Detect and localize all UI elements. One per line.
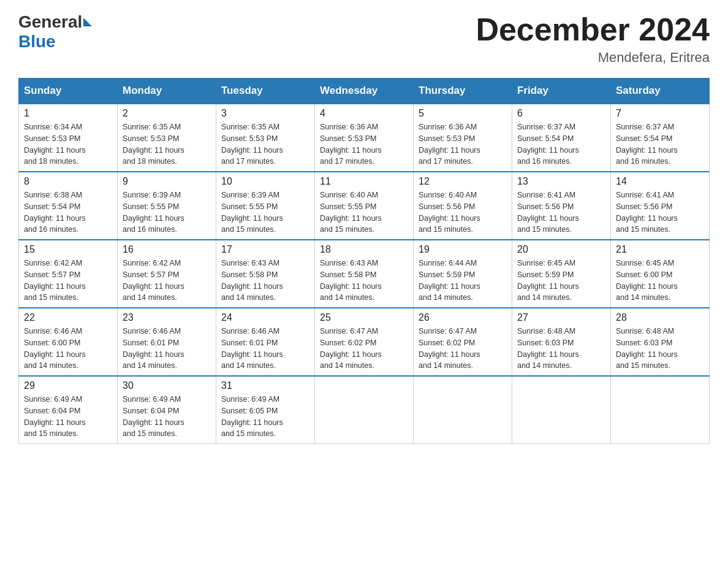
- day-info: Sunrise: 6:39 AM Sunset: 5:55 PM Dayligh…: [221, 190, 309, 236]
- calendar-cell: 22 Sunrise: 6:46 AM Sunset: 6:00 PM Dayl…: [19, 308, 118, 376]
- day-number: 29: [24, 380, 112, 391]
- day-info: Sunrise: 6:42 AM Sunset: 5:57 PM Dayligh…: [123, 258, 211, 304]
- header-day-tuesday: Tuesday: [216, 79, 315, 104]
- day-number: 18: [320, 244, 408, 255]
- day-number: 1: [24, 108, 112, 119]
- calendar-cell: 14 Sunrise: 6:41 AM Sunset: 5:56 PM Dayl…: [611, 172, 710, 240]
- day-number: 28: [616, 312, 704, 323]
- day-info: Sunrise: 6:45 AM Sunset: 6:00 PM Dayligh…: [616, 258, 704, 304]
- calendar-cell: 8 Sunrise: 6:38 AM Sunset: 5:54 PM Dayli…: [19, 172, 118, 240]
- day-number: 17: [221, 244, 309, 255]
- logo: General Blue: [18, 12, 93, 52]
- day-number: 27: [517, 312, 605, 323]
- calendar-cell: 29 Sunrise: 6:49 AM Sunset: 6:04 PM Dayl…: [19, 376, 118, 444]
- day-info: Sunrise: 6:35 AM Sunset: 5:53 PM Dayligh…: [123, 121, 211, 167]
- day-number: 25: [320, 312, 408, 323]
- calendar-cell: 26 Sunrise: 6:47 AM Sunset: 6:02 PM Dayl…: [414, 308, 512, 376]
- calendar-cell: 25 Sunrise: 6:47 AM Sunset: 6:02 PM Dayl…: [315, 308, 414, 376]
- calendar-cell: 10 Sunrise: 6:39 AM Sunset: 5:55 PM Dayl…: [216, 172, 315, 240]
- day-info: Sunrise: 6:41 AM Sunset: 5:56 PM Dayligh…: [517, 190, 605, 236]
- day-number: 7: [616, 108, 704, 119]
- calendar-week-row: 15 Sunrise: 6:42 AM Sunset: 5:57 PM Dayl…: [19, 240, 710, 308]
- header-day-thursday: Thursday: [414, 79, 512, 104]
- calendar-cell: 18 Sunrise: 6:43 AM Sunset: 5:58 PM Dayl…: [315, 240, 414, 308]
- calendar-cell: 17 Sunrise: 6:43 AM Sunset: 5:58 PM Dayl…: [216, 240, 315, 308]
- day-info: Sunrise: 6:36 AM Sunset: 5:53 PM Dayligh…: [419, 121, 507, 167]
- day-number: 30: [123, 380, 211, 391]
- day-info: Sunrise: 6:34 AM Sunset: 5:53 PM Dayligh…: [24, 121, 112, 167]
- day-number: 12: [419, 176, 507, 187]
- day-number: 24: [221, 312, 309, 323]
- day-number: 15: [24, 244, 112, 255]
- calendar-cell: 28 Sunrise: 6:48 AM Sunset: 6:03 PM Dayl…: [611, 308, 710, 376]
- day-info: Sunrise: 6:42 AM Sunset: 5:57 PM Dayligh…: [24, 258, 112, 304]
- calendar-cell: 4 Sunrise: 6:36 AM Sunset: 5:53 PM Dayli…: [315, 104, 414, 172]
- calendar-week-row: 1 Sunrise: 6:34 AM Sunset: 5:53 PM Dayli…: [19, 104, 710, 172]
- calendar-cell: 30 Sunrise: 6:49 AM Sunset: 6:04 PM Dayl…: [118, 376, 216, 444]
- header-day-sunday: Sunday: [19, 79, 118, 104]
- day-info: Sunrise: 6:43 AM Sunset: 5:58 PM Dayligh…: [221, 258, 309, 304]
- calendar-week-row: 29 Sunrise: 6:49 AM Sunset: 6:04 PM Dayl…: [19, 376, 710, 444]
- day-info: Sunrise: 6:46 AM Sunset: 6:01 PM Dayligh…: [221, 326, 309, 372]
- calendar-cell: 6 Sunrise: 6:37 AM Sunset: 5:54 PM Dayli…: [512, 104, 611, 172]
- day-number: 22: [24, 312, 112, 323]
- calendar-cell: 19 Sunrise: 6:44 AM Sunset: 5:59 PM Dayl…: [414, 240, 512, 308]
- calendar-cell: 16 Sunrise: 6:42 AM Sunset: 5:57 PM Dayl…: [118, 240, 216, 308]
- logo-triangle-icon: [83, 18, 92, 26]
- day-number: 14: [616, 176, 704, 187]
- day-number: 3: [221, 108, 309, 119]
- location-subtitle: Mendefera, Eritrea: [476, 50, 710, 66]
- day-info: Sunrise: 6:49 AM Sunset: 6:05 PM Dayligh…: [221, 394, 309, 440]
- calendar-cell: 3 Sunrise: 6:35 AM Sunset: 5:53 PM Dayli…: [216, 104, 315, 172]
- day-info: Sunrise: 6:41 AM Sunset: 5:56 PM Dayligh…: [616, 190, 704, 236]
- day-number: 6: [517, 108, 605, 119]
- header-day-wednesday: Wednesday: [315, 79, 414, 104]
- calendar-week-row: 22 Sunrise: 6:46 AM Sunset: 6:00 PM Dayl…: [19, 308, 710, 376]
- day-info: Sunrise: 6:48 AM Sunset: 6:03 PM Dayligh…: [616, 326, 704, 372]
- calendar-cell: [315, 376, 414, 444]
- day-info: Sunrise: 6:37 AM Sunset: 5:54 PM Dayligh…: [517, 121, 605, 167]
- calendar-cell: 7 Sunrise: 6:37 AM Sunset: 5:54 PM Dayli…: [611, 104, 710, 172]
- calendar-cell: 24 Sunrise: 6:46 AM Sunset: 6:01 PM Dayl…: [216, 308, 315, 376]
- day-number: 19: [419, 244, 507, 255]
- day-number: 5: [419, 108, 507, 119]
- calendar-cell: 27 Sunrise: 6:48 AM Sunset: 6:03 PM Dayl…: [512, 308, 611, 376]
- day-number: 4: [320, 108, 408, 119]
- day-info: Sunrise: 6:49 AM Sunset: 6:04 PM Dayligh…: [24, 394, 112, 440]
- header-day-monday: Monday: [118, 79, 216, 104]
- day-number: 31: [221, 380, 309, 391]
- month-title: December 2024: [476, 12, 710, 47]
- calendar-cell: 1 Sunrise: 6:34 AM Sunset: 5:53 PM Dayli…: [19, 104, 118, 172]
- calendar-cell: [611, 376, 710, 444]
- day-info: Sunrise: 6:37 AM Sunset: 5:54 PM Dayligh…: [616, 121, 704, 167]
- day-info: Sunrise: 6:43 AM Sunset: 5:58 PM Dayligh…: [320, 258, 408, 304]
- day-info: Sunrise: 6:47 AM Sunset: 6:02 PM Dayligh…: [320, 326, 408, 372]
- day-info: Sunrise: 6:48 AM Sunset: 6:03 PM Dayligh…: [517, 326, 605, 372]
- calendar-cell: 2 Sunrise: 6:35 AM Sunset: 5:53 PM Dayli…: [118, 104, 216, 172]
- day-info: Sunrise: 6:46 AM Sunset: 6:01 PM Dayligh…: [123, 326, 211, 372]
- calendar-cell: 12 Sunrise: 6:40 AM Sunset: 5:56 PM Dayl…: [414, 172, 512, 240]
- day-info: Sunrise: 6:45 AM Sunset: 5:59 PM Dayligh…: [517, 258, 605, 304]
- logo-general-text: General: [18, 12, 82, 32]
- title-section: December 2024 Mendefera, Eritrea: [476, 12, 710, 66]
- calendar-cell: 13 Sunrise: 6:41 AM Sunset: 5:56 PM Dayl…: [512, 172, 611, 240]
- calendar-cell: 11 Sunrise: 6:40 AM Sunset: 5:55 PM Dayl…: [315, 172, 414, 240]
- day-info: Sunrise: 6:39 AM Sunset: 5:55 PM Dayligh…: [123, 190, 211, 236]
- calendar-header-row: SundayMondayTuesdayWednesdayThursdayFrid…: [19, 79, 710, 104]
- calendar-cell: 15 Sunrise: 6:42 AM Sunset: 5:57 PM Dayl…: [19, 240, 118, 308]
- day-number: 8: [24, 176, 112, 187]
- day-number: 2: [123, 108, 211, 119]
- day-info: Sunrise: 6:46 AM Sunset: 6:00 PM Dayligh…: [24, 326, 112, 372]
- calendar-cell: 21 Sunrise: 6:45 AM Sunset: 6:00 PM Dayl…: [611, 240, 710, 308]
- day-number: 9: [123, 176, 211, 187]
- day-number: 10: [221, 176, 309, 187]
- day-number: 20: [517, 244, 605, 255]
- calendar-cell: 9 Sunrise: 6:39 AM Sunset: 5:55 PM Dayli…: [118, 172, 216, 240]
- header-day-friday: Friday: [512, 79, 611, 104]
- day-info: Sunrise: 6:44 AM Sunset: 5:59 PM Dayligh…: [419, 258, 507, 304]
- calendar-week-row: 8 Sunrise: 6:38 AM Sunset: 5:54 PM Dayli…: [19, 172, 710, 240]
- calendar-cell: [512, 376, 611, 444]
- calendar-cell: 31 Sunrise: 6:49 AM Sunset: 6:05 PM Dayl…: [216, 376, 315, 444]
- day-info: Sunrise: 6:40 AM Sunset: 5:55 PM Dayligh…: [320, 190, 408, 236]
- day-info: Sunrise: 6:47 AM Sunset: 6:02 PM Dayligh…: [419, 326, 507, 372]
